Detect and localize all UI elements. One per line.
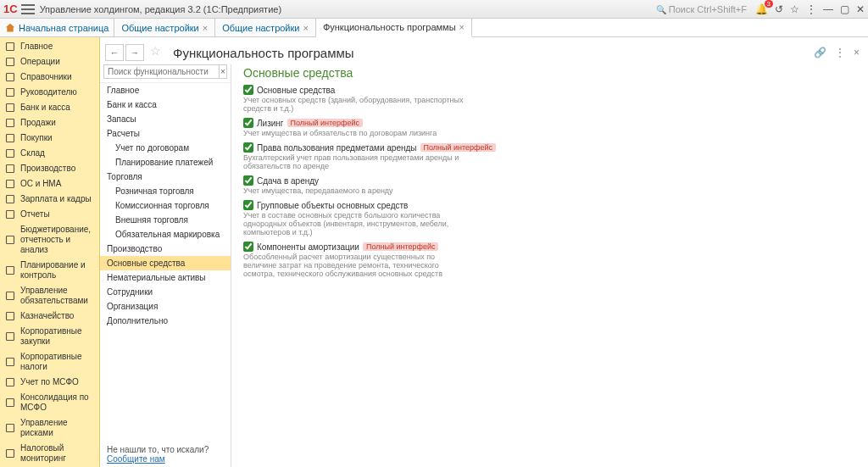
svg-rect-2: [21, 13, 35, 14]
option-checkbox[interactable]: [243, 118, 253, 128]
window-title: Управление холдингом, редакция 3.2 (1С:П…: [40, 4, 656, 14]
svg-rect-21: [7, 379, 14, 386]
sidebar-item[interactable]: Корпоративные налоги: [0, 349, 99, 375]
back-button[interactable]: ←: [105, 44, 124, 61]
sidebar-item[interactable]: Склад: [0, 146, 99, 161]
nav-item[interactable]: Обязательная маркировка: [100, 227, 231, 242]
settings-icon[interactable]: ⋮: [806, 3, 816, 15]
option-label: Лизинг: [257, 119, 284, 128]
option-desc: Учет основных средств (зданий, оборудова…: [243, 96, 464, 113]
sidebar-item[interactable]: Корпоративные закупки: [0, 324, 99, 349]
tab-general-1[interactable]: Общие настройки×: [114, 19, 215, 36]
tab-close-icon[interactable]: ×: [203, 23, 208, 33]
maximize-icon[interactable]: ▢: [840, 3, 849, 15]
tab-functionality[interactable]: Функциональность программы×: [316, 19, 472, 37]
option-label: Права пользования предметами аренды: [257, 143, 417, 153]
option-checkbox[interactable]: [243, 85, 253, 95]
option-label: Основные средства: [257, 86, 335, 95]
svg-rect-3: [7, 43, 14, 51]
forward-button[interactable]: →: [125, 44, 144, 61]
search-input[interactable]: [103, 64, 220, 79]
svg-rect-9: [7, 135, 14, 142]
nav-item[interactable]: Внешняя торговля: [100, 213, 231, 227]
sidebar-item[interactable]: Учет по МСФО: [0, 375, 99, 390]
nav-item[interactable]: Розничная торговля: [100, 184, 231, 198]
minimize-icon[interactable]: —: [823, 3, 833, 15]
svg-rect-14: [7, 211, 14, 219]
global-search[interactable]: Поиск Ctrl+Shift+F: [656, 4, 747, 14]
sidebar-item[interactable]: Производство: [0, 161, 99, 176]
sidebar-item[interactable]: Покупки: [0, 131, 99, 146]
sidebar-item[interactable]: ОС и НМА: [0, 176, 99, 192]
svg-rect-4: [7, 58, 14, 66]
close-icon[interactable]: ✕: [856, 3, 865, 15]
sidebar-item[interactable]: Казначейство: [0, 309, 99, 324]
tab-general-2[interactable]: Общие настройки×: [215, 19, 316, 36]
footer-hint: Не нашли то, что искали? Сообщите нам: [100, 442, 231, 467]
link-icon[interactable]: 🔗: [814, 47, 826, 58]
close-panel-icon[interactable]: ×: [854, 47, 860, 58]
svg-rect-15: [7, 236, 14, 244]
nav-item[interactable]: Нематериальные активы: [100, 270, 231, 285]
notifications-icon[interactable]: 🔔3: [755, 3, 768, 15]
svg-rect-23: [7, 425, 14, 432]
sidebar-item[interactable]: Главное: [0, 39, 99, 54]
option-checkbox[interactable]: [243, 242, 253, 252]
nav-item[interactable]: Торговля: [100, 170, 231, 184]
feedback-link[interactable]: Сообщите нам: [107, 454, 165, 464]
nav-item[interactable]: Дополнительно: [100, 314, 231, 328]
sidebar-item[interactable]: Руководителю: [0, 85, 99, 100]
option-desc: Обособленный расчет амортизации существе…: [243, 253, 464, 278]
svg-rect-16: [7, 267, 14, 275]
option-checkbox[interactable]: [243, 142, 253, 153]
sidebar-item[interactable]: Бюджетирование, отчетность и анализ: [0, 222, 99, 258]
tab-close-icon[interactable]: ×: [459, 22, 465, 32]
sidebar-item[interactable]: Планирование и контроль: [0, 258, 99, 283]
option-desc: Учет в составе основных средств большого…: [243, 211, 464, 236]
sidebar-item[interactable]: Управление обязательствами: [0, 283, 99, 309]
tab-close-icon[interactable]: ×: [303, 23, 308, 33]
section-title: Основные средства: [231, 64, 868, 85]
option-label: Групповые объекты основных средств: [257, 201, 408, 210]
sidebar-item[interactable]: Операции: [0, 54, 99, 69]
sidebar-item[interactable]: Справочники: [0, 69, 99, 85]
svg-rect-13: [7, 196, 14, 203]
sidebar-item[interactable]: Банк и касса: [0, 100, 99, 115]
nav-item[interactable]: Расчеты: [100, 126, 231, 141]
nav-item[interactable]: Главное: [100, 83, 231, 97]
favorite-icon[interactable]: ☆: [790, 3, 799, 15]
svg-rect-24: [7, 450, 14, 458]
tab-home[interactable]: Начальная страница: [0, 19, 114, 36]
history-icon[interactable]: ↺: [775, 3, 783, 15]
svg-rect-1: [21, 8, 35, 10]
svg-rect-8: [7, 120, 14, 127]
nav-item[interactable]: Банк и касса: [100, 97, 231, 112]
svg-rect-19: [7, 333, 14, 341]
nav-item[interactable]: Комиссионная торговля: [100, 198, 231, 213]
nav-item[interactable]: Сотрудники: [100, 285, 231, 299]
option-checkbox[interactable]: [243, 200, 253, 210]
option-checkbox[interactable]: [243, 175, 253, 186]
sidebar-item[interactable]: Налоговый мониторинг: [0, 441, 99, 466]
sidebar-item[interactable]: Управление рисками: [0, 415, 99, 441]
interface-badge: Полный интерфейс: [287, 119, 363, 127]
option-label: Компоненты амортизации: [257, 242, 359, 252]
nav-item[interactable]: Производство: [100, 242, 231, 256]
sidebar-item[interactable]: Продажи: [0, 115, 99, 131]
sidebar-item[interactable]: Отчеты: [0, 207, 99, 222]
hamburger-icon[interactable]: [21, 3, 35, 16]
search-clear-icon[interactable]: ×: [220, 64, 227, 79]
sidebar-item[interactable]: Зарплата и кадры: [0, 192, 99, 207]
nav-item[interactable]: Запасы: [100, 112, 231, 126]
nav-item[interactable]: Организация: [100, 299, 231, 314]
nav-item[interactable]: Основные средства: [100, 256, 231, 270]
more-icon[interactable]: ⋮: [835, 47, 845, 58]
nav-item[interactable]: Планирование платежей: [100, 155, 231, 170]
interface-badge: Полный интерфейс: [420, 143, 496, 152]
sidebar-item[interactable]: Консолидация по МСФО: [0, 390, 99, 415]
favorite-star-icon[interactable]: ☆: [146, 44, 164, 61]
svg-rect-22: [7, 399, 14, 407]
nav-item[interactable]: Учет по договорам: [100, 141, 231, 155]
option-label: Сдача в аренду: [257, 176, 319, 186]
settings-nav: ГлавноеБанк и кассаЗапасыРасчетыУчет по …: [100, 82, 231, 442]
